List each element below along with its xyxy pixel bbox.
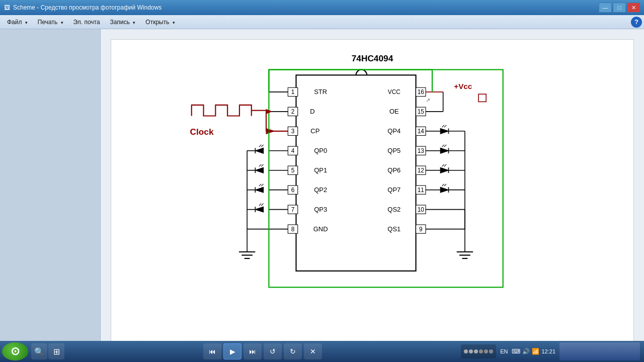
network-icon: 📶 — [532, 348, 539, 355]
media-prev-button[interactable]: ⏮ — [203, 343, 221, 359]
menubar: Файл ▾ Печать ▾ Эл. почта Запись ▾ Откры… — [0, 15, 644, 29]
pin6-label: QP2 — [314, 186, 327, 194]
pin6-led-tri — [255, 187, 263, 193]
pin7-led-tri — [255, 207, 263, 212]
vcc-box — [478, 94, 486, 102]
pin6-spark2 — [261, 184, 263, 186]
pin12-spark1 — [442, 164, 444, 166]
media-forward-button[interactable]: ↻ — [284, 343, 302, 359]
pin4-led-tri — [255, 148, 263, 153]
notif-dot-1 — [464, 349, 468, 353]
start-orb: ⊙ — [11, 345, 20, 358]
pin14-spark1 — [442, 125, 444, 127]
notif-dot-3 — [474, 349, 478, 353]
language-indicator[interactable]: EN — [498, 348, 510, 354]
pin1-label: STR — [314, 88, 327, 96]
pin3-num: 3 — [291, 128, 295, 135]
pin3-label: CP — [310, 127, 319, 135]
pin5-spark1 — [259, 164, 261, 166]
ic-notch — [356, 70, 367, 75]
left-sidebar — [0, 29, 101, 355]
pin8-label: GND — [313, 225, 328, 233]
vcc-label: +Vcc — [454, 82, 472, 90]
titlebar-left: 🖼 Scheme - Средство просмотра фотографий… — [4, 4, 162, 11]
record-arrow-icon: ▾ — [133, 20, 135, 25]
open-arrow-icon: ▾ — [173, 20, 175, 25]
file-arrow-icon: ▾ — [25, 20, 28, 25]
main-content: 74HC4094 STR 1 D 2 CP 3 — [0, 29, 644, 355]
clock-display[interactable]: 12:21 — [541, 348, 555, 354]
pin12-spark2 — [444, 164, 446, 166]
maximize-button[interactable]: □ — [613, 3, 626, 13]
notif-dot-2 — [469, 349, 473, 353]
pin11-spark2 — [444, 184, 446, 186]
pin11-label: QP7 — [387, 186, 400, 194]
minimize-button[interactable]: — — [599, 3, 612, 13]
clock-waveform — [192, 105, 252, 116]
menu-email[interactable]: Эл. почта — [68, 17, 105, 28]
taskbar-right: EN ⌨ 🔊 📶 12:21 — [461, 342, 642, 360]
taskbar-icon-1[interactable]: 🔍 — [31, 343, 47, 359]
media-close-button[interactable]: ✕ — [304, 343, 322, 359]
help-button[interactable]: ? — [631, 17, 642, 28]
pin13-spark1 — [442, 145, 444, 147]
menu-file[interactable]: Файл ▾ — [2, 17, 33, 28]
pin14-spark2 — [444, 125, 446, 127]
pin5-num: 5 — [291, 167, 295, 174]
notif-dot-5 — [484, 349, 488, 353]
pin15-label: OE — [389, 108, 399, 115]
notif-dot-4 — [479, 349, 483, 353]
volume-icon[interactable]: 🔊 — [522, 348, 530, 355]
notif-dot-6 — [489, 349, 493, 353]
notification-area — [461, 344, 496, 358]
pin8-num: 8 — [291, 226, 295, 233]
menu-print[interactable]: Печать ▾ — [33, 17, 68, 28]
clock-label: Clock — [190, 127, 213, 137]
pin13-label: QP5 — [387, 147, 400, 154]
cursor-indicator: ↗ — [426, 97, 430, 103]
titlebar-controls: — □ ✕ — [599, 3, 640, 13]
pin4-label: QP0 — [314, 147, 327, 154]
pin11-num: 11 — [418, 187, 425, 194]
pin11-led-tri — [440, 187, 448, 193]
media-play-button[interactable]: ▶ — [223, 343, 242, 359]
pin9-num: 9 — [419, 226, 423, 233]
menu-open[interactable]: Открыть ▾ — [140, 17, 180, 28]
media-back-button[interactable]: ↺ — [264, 343, 282, 359]
titlebar: 🖼 Scheme - Средство просмотра фотографий… — [0, 0, 644, 15]
pin13-spark2 — [444, 145, 446, 147]
pin12-led-tri — [440, 167, 448, 173]
pin7-spark2 — [261, 204, 263, 206]
pin4-spark2 — [261, 145, 263, 147]
pin5-led-tri — [255, 167, 263, 173]
pin1-num: 1 — [291, 88, 295, 96]
media-next-button[interactable]: ⏭ — [244, 343, 262, 359]
app-icon: 🖼 — [4, 4, 10, 11]
pin4-num: 4 — [291, 147, 295, 154]
pin4-spark1 — [259, 145, 261, 147]
pin2-label: D — [310, 108, 314, 115]
pin5-spark2 — [261, 164, 263, 166]
pin9-label: QS1 — [387, 225, 400, 233]
circuit-diagram: 74HC4094 STR 1 D 2 CP 3 — [111, 40, 633, 344]
print-arrow-icon: ▾ — [61, 20, 63, 25]
chip-title: 74HC4094 — [352, 53, 393, 63]
pin12-num: 12 — [418, 167, 425, 174]
pin7-spark1 — [259, 204, 261, 206]
pin14-led-tri — [440, 128, 448, 134]
close-button[interactable]: ✕ — [627, 3, 640, 13]
pin14-label: QP4 — [387, 127, 400, 135]
pin11-spark1 — [442, 184, 444, 186]
taskbar-icon-2[interactable]: ⊞ — [48, 343, 64, 359]
pin2-num: 2 — [291, 108, 295, 115]
taskbar: ⊙ 🔍 ⊞ ⏮ ▶ ⏭ ↺ ↻ ✕ EN ⌨ 🔊 📶 12:21 — [0, 341, 644, 362]
diagram-area: 74HC4094 STR 1 D 2 CP 3 — [111, 39, 634, 345]
pin12-label: QP6 — [387, 166, 400, 174]
pin16-vcc-label: VCC — [388, 88, 401, 96]
menu-record[interactable]: Запись ▾ — [105, 17, 141, 28]
start-button[interactable]: ⊙ — [2, 342, 28, 360]
pin6-num: 6 — [291, 187, 295, 194]
pin5-label: QP1 — [314, 166, 327, 174]
pin14-num: 14 — [418, 128, 425, 135]
content-area: 74HC4094 STR 1 D 2 CP 3 — [101, 29, 644, 355]
